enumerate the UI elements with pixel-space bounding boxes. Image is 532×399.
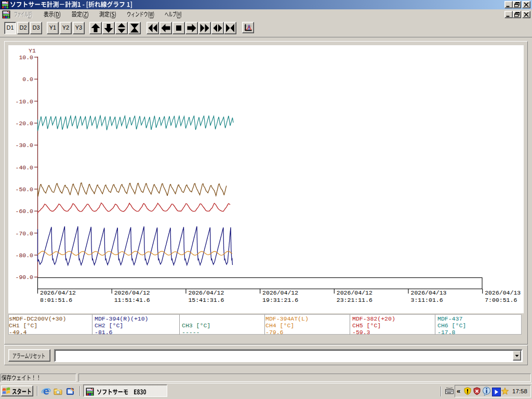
svg-text:2026/04/13: 2026/04/13 [485, 289, 521, 296]
svg-text:-40.0: -40.0 [15, 164, 33, 171]
svg-text:2026/04/12: 2026/04/12 [262, 289, 298, 296]
svg-text:-10.0: -10.0 [15, 98, 33, 105]
svg-text:2026/04/12: 2026/04/12 [114, 289, 150, 296]
svg-text:2026/04/12: 2026/04/12 [40, 289, 76, 296]
svg-text:2026/04/12: 2026/04/12 [337, 289, 373, 296]
svg-text:7:00:51.6: 7:00:51.6 [485, 297, 517, 303]
svg-text:-70.0: -70.0 [15, 230, 33, 237]
svg-text:15:41:31.6: 15:41:31.6 [188, 297, 224, 303]
svg-text:10.0: 10.0 [19, 54, 33, 61]
svg-text:0.0: 0.0 [22, 76, 33, 83]
svg-text:11:51:41.6: 11:51:41.6 [114, 297, 150, 303]
svg-text:19:31:21.6: 19:31:21.6 [262, 297, 298, 303]
svg-text:-90.0: -90.0 [15, 274, 33, 281]
svg-text:3:11:01.6: 3:11:01.6 [411, 297, 443, 303]
svg-text:-60.0: -60.0 [15, 208, 33, 215]
svg-text:-30.0: -30.0 [15, 142, 33, 149]
svg-text:-50.0: -50.0 [15, 186, 33, 193]
svg-text:-80.0: -80.0 [15, 252, 33, 259]
svg-text:-20.0: -20.0 [15, 120, 33, 127]
svg-text:Y1: Y1 [29, 47, 36, 54]
svg-text:23:21:11.6: 23:21:11.6 [337, 297, 373, 303]
svg-text:2026/04/13: 2026/04/13 [411, 289, 447, 296]
svg-text:2026/04/12: 2026/04/12 [188, 289, 224, 296]
svg-text:8:01:51.6: 8:01:51.6 [40, 297, 72, 303]
